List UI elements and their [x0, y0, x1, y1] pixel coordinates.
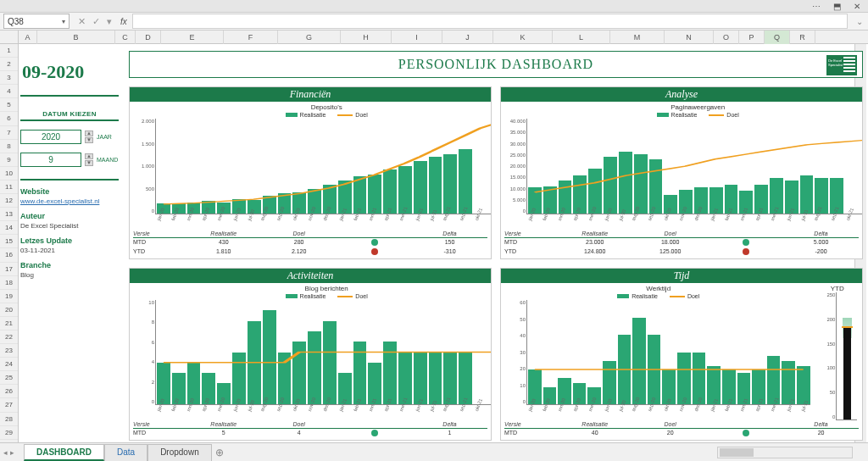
sidebar: 09-2020 DATUM KIEZEN 2020 ▲▼ JAAR 9 ▲▼ M…: [20, 51, 119, 279]
row-header[interactable]: 24: [0, 358, 18, 371]
horizontal-scrollbar[interactable]: [717, 447, 853, 458]
column-header[interactable]: L: [553, 31, 610, 44]
column-header[interactable]: H: [341, 31, 392, 44]
close-icon[interactable]: ✕: [849, 2, 865, 11]
row-header[interactable]: 5: [0, 98, 18, 112]
table-row: YTD124.800125.000-200: [504, 247, 859, 257]
month-unit: MAAND: [97, 157, 119, 163]
panel-activiteiten: ActiviteitenBlog berichtenRealisatieDoel…: [129, 268, 492, 441]
sidebar-meta-label: Website: [20, 187, 119, 196]
status-dot-icon: [371, 430, 378, 436]
formula-accept-icon[interactable]: ✓: [92, 16, 100, 27]
bar-chart: 6050403020100: [526, 300, 810, 405]
column-header[interactable]: B: [37, 31, 115, 44]
row-header[interactable]: 4: [0, 85, 18, 98]
name-box[interactable]: Q38 ▾: [3, 14, 70, 29]
ribbon-display-icon[interactable]: ⬒: [829, 2, 844, 11]
row-header[interactable]: 8: [0, 140, 18, 153]
row-header[interactable]: 6: [0, 112, 18, 125]
row-header[interactable]: 22: [0, 330, 18, 344]
name-box-value: Q38: [8, 17, 24, 26]
column-header[interactable]: P: [739, 31, 765, 44]
row-header[interactable]: 29: [0, 426, 18, 440]
column-header[interactable]: C: [115, 31, 136, 44]
panel-summary-table: VersieRealisatieDoelDeltaMTD541: [130, 420, 491, 440]
panel-header: Financiën: [130, 87, 491, 102]
dashboard-banner: PERSOONLIJK DASHBOARD De Excel Specialis…: [129, 51, 863, 78]
chart-legend: RealisatieDoel: [133, 293, 492, 299]
row-header[interactable]: 27: [0, 398, 18, 412]
month-input[interactable]: 9: [20, 153, 81, 167]
row-header[interactable]: 17: [0, 263, 18, 276]
row-header[interactable]: 14: [0, 221, 18, 235]
dashboard-period: 09-2020: [20, 51, 119, 97]
chart-legend: RealisatieDoel: [133, 112, 492, 118]
row-header[interactable]: 26: [0, 385, 18, 398]
column-header[interactable]: Q: [765, 31, 790, 44]
row-header[interactable]: 16: [0, 248, 18, 262]
panel-analyse: AnalysePaginaweergavenRealisatieDoel40.0…: [500, 86, 863, 259]
sheet-tab[interactable]: Data: [104, 444, 147, 461]
row-header[interactable]: 1: [0, 44, 18, 58]
column-header[interactable]: K: [493, 31, 553, 44]
formula-expand-icon[interactable]: ⌄: [851, 17, 868, 26]
year-spinner[interactable]: ▲▼: [85, 131, 93, 143]
chart-legend: RealisatieDoel: [504, 293, 812, 299]
formula-input[interactable]: [132, 14, 848, 29]
year-input[interactable]: 2020: [20, 130, 81, 144]
row-header[interactable]: 2: [0, 58, 18, 71]
row-header[interactable]: 23: [0, 344, 18, 358]
row-header[interactable]: 11: [0, 181, 18, 194]
sidebar-meta-value: De Excel Specialist: [20, 222, 119, 230]
row-header[interactable]: 9: [0, 153, 18, 167]
select-all-corner[interactable]: [0, 31, 19, 43]
chevron-down-icon[interactable]: ▾: [62, 18, 65, 25]
fx-icon[interactable]: fx: [120, 17, 127, 26]
sidebar-meta-label: Letzes Update: [20, 236, 119, 245]
row-header[interactable]: 7: [0, 126, 18, 140]
chart-subtitle: Deposito's: [133, 103, 492, 111]
row-header[interactable]: 21: [0, 317, 18, 330]
sheet-tab[interactable]: Dropdown: [147, 444, 212, 461]
worksheet-grid[interactable]: 1234567891011121314151617181920212223242…: [0, 44, 868, 442]
status-dot-icon: [743, 248, 749, 255]
ribbon-options-icon[interactable]: ⋯: [809, 2, 824, 11]
month-spinner[interactable]: ▲▼: [85, 153, 93, 166]
status-dot-icon: [743, 239, 749, 246]
sheet-tab[interactable]: DASHBOARD: [24, 444, 104, 461]
table-row: MTD402020: [504, 429, 859, 438]
status-dot-icon: [743, 430, 749, 436]
bar-chart: 40.00035.00030.00025.00020.00015.00010.0…: [526, 119, 863, 214]
column-header[interactable]: J: [442, 31, 493, 44]
row-header[interactable]: 20: [0, 303, 18, 317]
column-header[interactable]: I: [392, 31, 442, 44]
column-header[interactable]: O: [714, 31, 739, 44]
panel-financien: FinanciënDeposito'sRealisatieDoel2.0001.…: [129, 86, 492, 259]
row-header[interactable]: 13: [0, 208, 18, 221]
formula-cancel-icon[interactable]: ✕: [78, 16, 86, 27]
sheet-nav-buttons[interactable]: ◂ ▸: [3, 448, 14, 457]
ytd-label: YTD: [815, 285, 859, 292]
bar-chart: 2.0001.5001.0005000: [155, 119, 492, 214]
column-header[interactable]: D: [136, 31, 161, 44]
add-sheet-button[interactable]: ⊕: [212, 447, 227, 458]
panel-summary-table: VersieRealisatieDoelDeltaMTD23.00018.000…: [501, 230, 862, 258]
column-header[interactable]: A: [19, 31, 37, 44]
column-header[interactable]: E: [161, 31, 224, 44]
column-header[interactable]: G: [278, 31, 341, 44]
column-header[interactable]: F: [224, 31, 278, 44]
row-header[interactable]: 3: [0, 71, 18, 85]
column-header[interactable]: M: [610, 31, 665, 44]
formula-dropdown-icon[interactable]: ▾: [107, 16, 112, 27]
row-header[interactable]: 10: [0, 167, 18, 181]
website-link[interactable]: www.de-excel-specialist.nl: [20, 197, 119, 205]
row-header[interactable]: 18: [0, 276, 18, 290]
column-header[interactable]: R: [790, 31, 815, 44]
row-header[interactable]: 25: [0, 371, 18, 385]
row-header[interactable]: 19: [0, 290, 18, 303]
row-header[interactable]: 12: [0, 194, 18, 208]
row-header[interactable]: 15: [0, 235, 18, 248]
row-header[interactable]: 28: [0, 413, 18, 426]
column-header[interactable]: N: [665, 31, 714, 44]
status-dot-icon: [371, 248, 378, 255]
